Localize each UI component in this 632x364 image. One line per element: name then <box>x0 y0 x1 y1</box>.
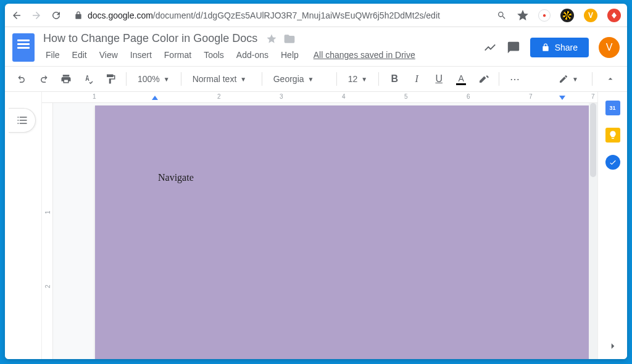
share-label: Share <box>555 43 578 52</box>
browser-url-text: docs.google.com/document/d/1dgGQzEs5AUlR… <box>88 10 440 20</box>
activity-icon[interactable] <box>483 41 497 54</box>
style-select[interactable]: Normal text ▼ <box>188 72 256 86</box>
extension-icon-3[interactable] <box>607 9 621 22</box>
calendar-icon[interactable]: 31 <box>605 101 620 115</box>
vertical-ruler[interactable]: 1 2 <box>42 103 53 359</box>
ruler-tick: 2 <box>44 284 51 288</box>
extension-icon-1[interactable]: ● <box>538 9 551 22</box>
font-size-select[interactable]: 12 ▼ <box>343 72 372 86</box>
style-value: Normal text <box>193 74 237 84</box>
outline-toggle-button[interactable] <box>9 108 36 133</box>
browser-back-button[interactable] <box>11 10 22 21</box>
font-size-value: 12 <box>348 74 358 84</box>
ruler-tick: 3 <box>280 93 283 100</box>
share-button[interactable]: Share <box>530 38 589 57</box>
saved-status[interactable]: All changes saved in Drive <box>314 50 415 60</box>
star-outline-icon[interactable] <box>517 10 528 21</box>
zoom-icon[interactable] <box>496 10 507 21</box>
browser-profile-avatar[interactable]: V <box>584 9 597 22</box>
font-select[interactable]: Georgia ▼ <box>268 72 330 86</box>
title-area: How to Change Page Color in Google Docs … <box>41 31 477 62</box>
page-content-text[interactable]: Navigate <box>158 172 194 183</box>
indent-marker-left[interactable] <box>152 96 158 100</box>
menu-addons[interactable]: Add-ons <box>231 48 273 62</box>
browser-addr-icons: ● V <box>496 9 621 22</box>
menu-insert[interactable]: Insert <box>125 48 157 62</box>
ruler-tick: 2 <box>217 93 221 100</box>
ruler-tick: 7 <box>529 93 533 100</box>
horizontal-ruler[interactable]: 1 2 3 4 5 6 7 7 <box>42 92 597 103</box>
browser-window: docs.google.com/document/d/1dgGQzEs5AUlR… <box>5 4 627 359</box>
doc-header: How to Change Page Color in Google Docs … <box>5 27 627 62</box>
spellcheck-button[interactable] <box>79 70 98 88</box>
chevron-down-icon: ▼ <box>361 76 367 83</box>
menu-format[interactable]: Format <box>159 48 196 62</box>
zoom-value: 100% <box>138 74 160 84</box>
star-icon[interactable] <box>266 33 277 44</box>
ruler-tick: 1 <box>93 93 96 100</box>
menu-edit[interactable]: Edit <box>67 48 92 62</box>
menu-help[interactable]: Help <box>276 48 304 62</box>
editing-mode-button[interactable]: ▼ <box>554 72 583 86</box>
undo-button[interactable] <box>12 70 31 88</box>
indent-marker-right[interactable] <box>559 96 565 100</box>
ruler-tick: 4 <box>342 93 346 100</box>
ruler-tick: 6 <box>467 93 470 100</box>
doc-title[interactable]: How to Change Page Color in Google Docs <box>41 31 260 46</box>
canvas-area: 1 2 3 4 5 6 7 7 1 2 Navigate <box>42 92 597 359</box>
underline-button[interactable]: U <box>430 70 448 88</box>
text-color-button[interactable]: A <box>452 70 470 88</box>
toolbar: 100% ▼ Normal text ▼ Georgia ▼ 12 ▼ B I … <box>5 66 627 92</box>
browser-reload-button[interactable] <box>51 10 62 21</box>
tasks-icon[interactable] <box>605 155 620 170</box>
document-page[interactable]: Navigate <box>95 105 597 359</box>
browser-forward-button[interactable] <box>31 10 42 21</box>
menu-file[interactable]: File <box>41 48 65 62</box>
extension-icon-2[interactable] <box>560 9 574 22</box>
menu-bar: File Edit View Insert Format Tools Add-o… <box>41 48 477 62</box>
workspace: 1 2 3 4 5 6 7 7 1 2 Navigate <box>5 92 627 359</box>
paint-format-button[interactable] <box>101 70 120 88</box>
highlight-button[interactable] <box>474 70 493 88</box>
italic-button[interactable]: I <box>407 70 426 88</box>
vertical-scrollbar[interactable] <box>589 103 597 359</box>
docs-logo-icon[interactable] <box>12 33 35 62</box>
scrollbar-thumb[interactable] <box>590 103 596 177</box>
collapse-toolbar-button[interactable] <box>601 70 620 88</box>
font-value: Georgia <box>273 74 304 84</box>
menu-view[interactable]: View <box>94 48 123 62</box>
more-toolbar-button[interactable]: ⋯ <box>505 70 524 88</box>
chevron-down-icon: ▼ <box>308 76 314 83</box>
zoom-select[interactable]: 100% ▼ <box>133 72 175 86</box>
side-panel: 31 <box>597 92 627 359</box>
lock-icon <box>74 11 83 20</box>
chevron-down-icon: ▼ <box>572 76 578 83</box>
keep-icon[interactable] <box>605 128 620 143</box>
ruler-tick: 1 <box>44 210 51 214</box>
bold-button[interactable]: B <box>385 70 404 88</box>
side-panel-expand-button[interactable] <box>607 341 618 352</box>
outline-pane <box>5 92 42 359</box>
header-right: Share V <box>483 31 620 58</box>
print-button[interactable] <box>57 70 75 88</box>
menu-tools[interactable]: Tools <box>199 48 229 62</box>
ruler-tick: 7 <box>591 93 595 100</box>
redo-button[interactable] <box>35 70 53 88</box>
browser-address-bar: docs.google.com/document/d/1dgGQzEs5AUlR… <box>5 4 627 27</box>
comments-icon[interactable] <box>507 41 520 54</box>
chevron-down-icon: ▼ <box>164 76 170 83</box>
account-avatar[interactable]: V <box>599 37 620 58</box>
ruler-tick: 5 <box>404 93 408 100</box>
chevron-down-icon: ▼ <box>240 76 246 83</box>
folder-icon[interactable] <box>283 33 296 45</box>
browser-url-area[interactable]: docs.google.com/document/d/1dgGQzEs5AUlR… <box>70 10 488 20</box>
